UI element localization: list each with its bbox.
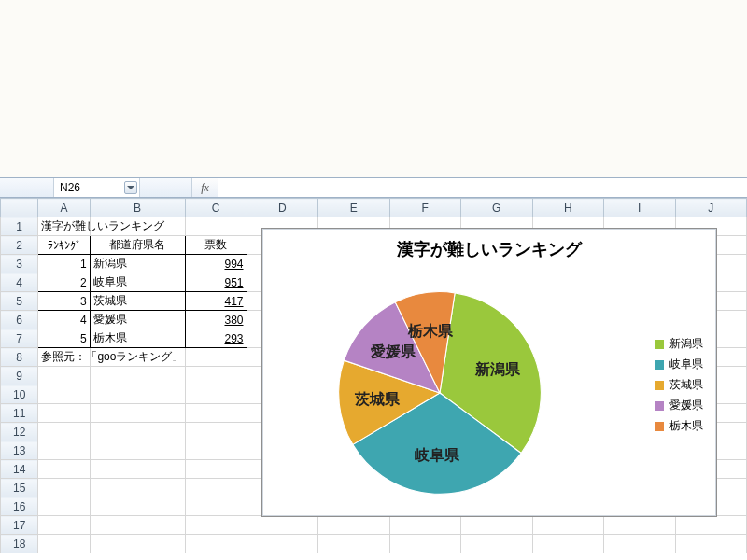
- cell-B4[interactable]: 岐阜県: [90, 273, 185, 292]
- row-header-8[interactable]: 8: [1, 348, 38, 367]
- cell-A1[interactable]: 漢字が難しいランキング: [38, 217, 90, 236]
- cell-B2[interactable]: 都道府県名: [90, 236, 185, 255]
- cell-B16[interactable]: [90, 497, 185, 516]
- cell-C17[interactable]: [185, 516, 247, 535]
- cell-A13[interactable]: [38, 441, 90, 460]
- cell-D17[interactable]: [247, 516, 318, 535]
- cell-B15[interactable]: [90, 479, 185, 497]
- row-header-14[interactable]: 14: [1, 460, 38, 479]
- row-header-17[interactable]: 17: [1, 516, 38, 535]
- cell-C10[interactable]: [185, 385, 247, 404]
- cell-A5[interactable]: 3: [38, 292, 90, 311]
- col-header-D[interactable]: D: [247, 199, 318, 217]
- cell-B3[interactable]: 新潟県: [90, 255, 185, 273]
- col-header-J[interactable]: J: [675, 199, 747, 217]
- cell-A2[interactable]: ﾗﾝｷﾝｸﾞ: [38, 236, 90, 255]
- cell-E18[interactable]: [318, 535, 390, 553]
- cell-I18[interactable]: [604, 535, 676, 553]
- cell-A15[interactable]: [38, 479, 90, 497]
- cell-C14[interactable]: [185, 460, 247, 479]
- cell-C13[interactable]: [185, 441, 247, 460]
- row-header-2[interactable]: 2: [1, 236, 38, 255]
- cell-C8[interactable]: [185, 348, 247, 367]
- name-box[interactable]: N26: [54, 178, 140, 197]
- row-header-3[interactable]: 3: [1, 255, 38, 273]
- formula-input[interactable]: [218, 178, 747, 197]
- row-header-1[interactable]: 1: [1, 217, 38, 236]
- row-header-18[interactable]: 18: [1, 535, 38, 553]
- embedded-chart[interactable]: 漢字が難しいランキング 新潟県岐阜県茨城県愛媛県栃木県 新潟県岐阜県茨城県愛媛県…: [261, 228, 717, 517]
- row-header-4[interactable]: 4: [1, 273, 38, 292]
- cell-B12[interactable]: [90, 423, 185, 441]
- col-header-F[interactable]: F: [389, 199, 461, 217]
- cell-B14[interactable]: [90, 460, 185, 479]
- cell-A14[interactable]: [38, 460, 90, 479]
- cell-F18[interactable]: [389, 535, 461, 553]
- cell-C5[interactable]: 417: [185, 292, 247, 311]
- cell-B6[interactable]: 愛媛県: [90, 311, 185, 329]
- cell-C9[interactable]: [185, 367, 247, 385]
- cell-A9[interactable]: [38, 367, 90, 385]
- col-header-A[interactable]: A: [38, 199, 90, 217]
- cell-C6[interactable]: 380: [185, 311, 247, 329]
- col-header-E[interactable]: E: [318, 199, 390, 217]
- cell-B7[interactable]: 栃木県: [90, 329, 185, 348]
- cell-B13[interactable]: [90, 441, 185, 460]
- col-header-H[interactable]: H: [532, 199, 604, 217]
- row-header-15[interactable]: 15: [1, 479, 38, 497]
- cell-B18[interactable]: [90, 535, 185, 553]
- cell-A8[interactable]: 参照元：「gooランキング」: [38, 348, 90, 367]
- cell-A11[interactable]: [38, 404, 90, 423]
- col-header-C[interactable]: C: [185, 199, 247, 217]
- cell-D18[interactable]: [247, 535, 318, 553]
- cell-H18[interactable]: [532, 535, 604, 553]
- cell-A4[interactable]: 2: [38, 273, 90, 292]
- cell-B9[interactable]: [90, 367, 185, 385]
- cell-C4[interactable]: 951: [185, 273, 247, 292]
- cell-A6[interactable]: 4: [38, 311, 90, 329]
- row-header-13[interactable]: 13: [1, 441, 38, 460]
- row-header-16[interactable]: 16: [1, 497, 38, 516]
- cell-B17[interactable]: [90, 516, 185, 535]
- row-header-9[interactable]: 9: [1, 367, 38, 385]
- cell-A16[interactable]: [38, 497, 90, 516]
- cell-C18[interactable]: [185, 535, 247, 553]
- cell-C1[interactable]: [185, 217, 247, 236]
- cell-G17[interactable]: [461, 516, 533, 535]
- cell-A17[interactable]: [38, 516, 90, 535]
- cell-C7[interactable]: 293: [185, 329, 247, 348]
- cell-J18[interactable]: [675, 535, 747, 553]
- row-header-12[interactable]: 12: [1, 423, 38, 441]
- select-all-corner[interactable]: [1, 199, 38, 217]
- cell-A3[interactable]: 1: [38, 255, 90, 273]
- cell-C16[interactable]: [185, 497, 247, 516]
- col-header-B[interactable]: B: [90, 199, 185, 217]
- cell-F17[interactable]: [389, 516, 461, 535]
- cell-A12[interactable]: [38, 423, 90, 441]
- row-header-6[interactable]: 6: [1, 311, 38, 329]
- col-header-I[interactable]: I: [604, 199, 676, 217]
- cell-C11[interactable]: [185, 404, 247, 423]
- fx-icon[interactable]: fx: [192, 178, 218, 197]
- cell-A18[interactable]: [38, 535, 90, 553]
- row-header-10[interactable]: 10: [1, 385, 38, 404]
- row-header-7[interactable]: 7: [1, 329, 38, 348]
- name-box-dropdown-icon[interactable]: [124, 181, 137, 194]
- cell-G18[interactable]: [461, 535, 533, 553]
- cell-B10[interactable]: [90, 385, 185, 404]
- row-header-5[interactable]: 5: [1, 292, 38, 311]
- cell-J17[interactable]: [675, 516, 747, 535]
- cell-C15[interactable]: [185, 479, 247, 497]
- row-header-11[interactable]: 11: [1, 404, 38, 423]
- col-header-G[interactable]: G: [461, 199, 533, 217]
- cell-B5[interactable]: 茨城県: [90, 292, 185, 311]
- cell-I17[interactable]: [604, 516, 676, 535]
- cell-B11[interactable]: [90, 404, 185, 423]
- cell-C12[interactable]: [185, 423, 247, 441]
- cell-A7[interactable]: 5: [38, 329, 90, 348]
- cell-E17[interactable]: [318, 516, 390, 535]
- cell-H17[interactable]: [532, 516, 604, 535]
- cell-C2[interactable]: 票数: [185, 236, 247, 255]
- cell-A10[interactable]: [38, 385, 90, 404]
- cell-C3[interactable]: 994: [185, 255, 247, 273]
